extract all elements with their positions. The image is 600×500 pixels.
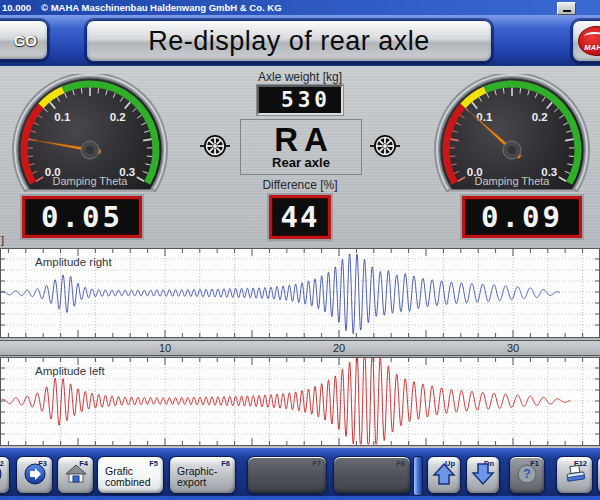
- f12-print-button[interactable]: F12: [556, 456, 593, 494]
- window-titlebar: 10.000 © MAHA Maschinenbau Haldenwang Gm…: [0, 0, 600, 15]
- home-icon: [65, 463, 87, 489]
- f6-key-label: F6: [221, 459, 230, 468]
- f8-key-label: F8: [396, 459, 405, 468]
- function-key-toolbar: F2 F3 F4 F5 Graficcombined F6: [0, 448, 600, 500]
- maha-logo-text: MAHA: [584, 43, 600, 52]
- next-arrow-icon: [24, 463, 46, 489]
- main-panel: 0.00.10.20.3Damping Theta 0.00.10.20.3Da…: [0, 66, 600, 448]
- f8-button-disabled: F8: [333, 456, 411, 494]
- svg-text:0.1: 0.1: [476, 111, 493, 123]
- copyright-text: © MAHA Maschinenbau Haldenwang GmbH & Co…: [41, 2, 281, 13]
- wheel-icon-right: [370, 133, 400, 159]
- wheel-icon-left: [200, 133, 230, 159]
- difference-display: 44: [269, 195, 331, 239]
- maha-logo-icon: MAHA: [578, 26, 600, 56]
- f7-key-label: F7: [312, 459, 321, 468]
- axle-code: RA: [274, 124, 334, 156]
- f6-button-label: Graphic-export: [177, 466, 217, 487]
- amplitude-right-title: Amplitude right: [35, 256, 112, 268]
- page-title-plate: Re-display of rear axle: [86, 20, 492, 62]
- damping-gauge-right: 0.00.10.20.3Damping Theta: [432, 74, 592, 194]
- y-axis-unit-fragment: ]: [1, 234, 4, 246]
- up-button[interactable]: Up: [427, 456, 461, 494]
- go-button-label: GO: [14, 32, 37, 49]
- axle-weight-label: Axle weight [kg]: [220, 70, 380, 84]
- f6-button-graphic-export[interactable]: F6 Graphic-export: [169, 456, 236, 494]
- svg-text:Damping Theta: Damping Theta: [52, 175, 128, 187]
- svg-text:0.2: 0.2: [532, 111, 548, 123]
- axle-indicator-box: RA Rear axle: [240, 119, 362, 175]
- axle-weight-display: 530: [257, 85, 343, 115]
- app-version: 10.000: [2, 2, 31, 13]
- help-icon: ?: [516, 463, 538, 489]
- arrow-up-icon: [432, 462, 456, 490]
- svg-text:?: ?: [523, 467, 530, 481]
- f5-button-grafic-combined[interactable]: F5 Graficcombined: [97, 456, 164, 494]
- svg-text:0.2: 0.2: [110, 111, 126, 123]
- f2-button[interactable]: F2: [0, 456, 10, 494]
- f5-button-label: Graficcombined: [105, 466, 151, 487]
- f5-key-label: F5: [149, 459, 158, 468]
- f4-button[interactable]: F4: [57, 456, 94, 494]
- previous-icon: [0, 463, 2, 489]
- f3-button[interactable]: F3: [16, 456, 53, 494]
- down-button[interactable]: Dn: [466, 456, 500, 494]
- toolbar-separator: [413, 456, 423, 496]
- header-band: GO Re-display of rear axle MAHA: [0, 15, 600, 67]
- difference-label: Difference [%]: [220, 178, 380, 192]
- f1-help-button-disabled: F1 ?: [509, 456, 545, 494]
- maha-test-window: 10.000 © MAHA Maschinenbau Haldenwang Gm…: [0, 0, 600, 500]
- minimize-button[interactable]: [557, 2, 576, 15]
- damping-left-display: 0.05: [22, 196, 142, 238]
- f7-button-disabled: F7: [247, 456, 327, 494]
- axle-name: Rear axle: [272, 156, 330, 170]
- maha-logo-button[interactable]: MAHA: [572, 20, 600, 62]
- svg-text:0.1: 0.1: [54, 111, 71, 123]
- minimize-icon: [563, 10, 571, 12]
- x-axis-label: 10: [159, 342, 171, 354]
- print-icon: [563, 463, 587, 489]
- arrow-down-icon: [471, 462, 495, 490]
- damping-right-display: 0.09: [462, 196, 582, 238]
- go-button[interactable]: GO: [0, 20, 48, 60]
- damping-gauge-left: 0.00.10.20.3Damping Theta: [10, 74, 170, 194]
- amplitude-left-title: Amplitude left: [35, 365, 105, 377]
- page-title: Re-display of rear axle: [148, 26, 430, 57]
- x-axis-label: 20: [333, 342, 345, 354]
- svg-text:Damping Theta: Damping Theta: [474, 175, 550, 187]
- time-axis: 0102030: [0, 340, 600, 356]
- x-axis-label: 30: [507, 342, 519, 354]
